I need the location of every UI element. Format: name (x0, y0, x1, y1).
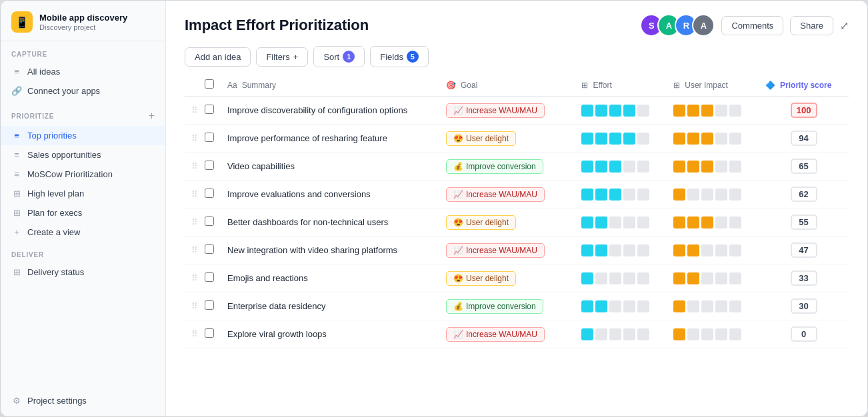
empty-square (715, 189, 727, 201)
sidebar-item-plan-for-execs[interactable]: ⊞ Plan for execs (1, 203, 165, 222)
row-priority-score: 62 (759, 181, 849, 209)
row-effort (575, 320, 667, 348)
row-impact (667, 209, 759, 236)
sort-badge: 1 (343, 51, 355, 63)
filled-square (595, 161, 607, 173)
empty-square (637, 300, 649, 312)
filters-icon: + (293, 52, 299, 62)
sidebar-item-top-priorities[interactable]: ≡ Top priorities (1, 126, 165, 145)
goal-label: Increase WAU/MAU (466, 330, 537, 339)
drag-handle[interactable]: ⠿ (185, 125, 198, 153)
row-checkbox[interactable] (205, 216, 214, 226)
empty-square (701, 244, 713, 256)
empty-square (729, 189, 741, 201)
row-effort (575, 209, 667, 236)
filled-square (581, 189, 593, 201)
sidebar-item-label: Create a view (27, 227, 80, 237)
sidebar-item-project-settings[interactable]: ⚙ Project settings (1, 391, 165, 416)
row-impact (667, 292, 759, 320)
project-info: Mobile app discovery Discovery project (39, 13, 127, 32)
goal-emoji: 📈 (453, 246, 463, 255)
drag-handle[interactable]: ⠿ (185, 264, 198, 292)
drag-handle[interactable]: ⠿ (185, 320, 198, 348)
header-actions: S A R A Comments Share ⤢ (640, 14, 849, 37)
select-all-checkbox[interactable] (205, 79, 214, 89)
add-view-button[interactable]: + (149, 110, 155, 122)
empty-square (715, 133, 727, 145)
goal-tag: 📈 Increase WAU/MAU (446, 103, 545, 118)
row-checkbox[interactable] (205, 272, 214, 282)
row-checkbox[interactable] (205, 105, 214, 114)
score-badge: 55 (791, 214, 817, 230)
sidebar-item-label: Delivery status (27, 267, 84, 277)
share-button[interactable]: Share (790, 16, 833, 35)
goal-tag: 📈 Increase WAU/MAU (446, 327, 545, 342)
row-priority-score: 100 (759, 97, 849, 125)
sidebar-item-high-level-plan[interactable]: ⊞ High level plan (1, 184, 165, 203)
comments-button[interactable]: Comments (721, 16, 783, 35)
row-checkbox-cell (198, 209, 221, 236)
empty-square (609, 216, 621, 228)
row-checkbox[interactable] (205, 300, 214, 310)
empty-square (729, 244, 741, 256)
sidebar-item-label: Connect your apps (27, 86, 100, 96)
sidebar: 📱 Mobile app discovery Discovery project… (1, 1, 166, 416)
filled-square (609, 105, 621, 117)
sidebar-item-connect-apps[interactable]: 🔗 Connect your apps (1, 81, 165, 101)
sidebar-item-create-view[interactable]: + Create a view (1, 222, 165, 242)
col-summary-header: AaSummary (221, 74, 439, 97)
sidebar-item-all-ideas[interactable]: ≡ All ideas (1, 62, 165, 81)
row-checkbox[interactable] (205, 161, 214, 170)
filled-square (581, 328, 593, 340)
filled-square (701, 161, 713, 173)
fields-button[interactable]: Fields 5 (370, 46, 429, 67)
sidebar-item-sales-opportunities[interactable]: ≡ Sales opportunities (1, 145, 165, 165)
filled-square (595, 133, 607, 145)
table-row: ⠿ Video capabilities 💰 Improve conversio… (185, 153, 849, 181)
filled-square (595, 300, 607, 312)
sidebar-item-moscow[interactable]: ≡ MoSCow Prioritization (1, 165, 165, 184)
effort-col-icon: ⊞ (581, 81, 588, 90)
main-content: Impact Effort Prioritization S A R A Com… (166, 1, 867, 416)
row-goal: 📈 Increase WAU/MAU (439, 320, 575, 348)
drag-handle[interactable]: ⠿ (185, 153, 198, 181)
deliver-section-label: DELIVER (1, 242, 165, 262)
list-icon: ≡ (11, 67, 22, 77)
drag-handle[interactable]: ⠿ (185, 209, 198, 236)
empty-square (623, 216, 635, 228)
filled-square (581, 272, 593, 284)
summary-col-icon: Aa (227, 81, 237, 90)
empty-square (595, 272, 607, 284)
add-idea-button[interactable]: Add an idea (185, 47, 251, 67)
grid-icon: ⊞ (11, 267, 22, 277)
filled-square (595, 244, 607, 256)
drag-handle[interactable]: ⠿ (185, 181, 198, 209)
empty-square (637, 189, 649, 201)
row-checkbox[interactable] (205, 189, 214, 198)
col-impact-header: ⊞User Impact (667, 74, 759, 97)
expand-button[interactable]: ⤢ (840, 19, 849, 32)
list-icon: ≡ (11, 131, 22, 141)
row-checkbox[interactable] (205, 328, 214, 338)
row-effort (575, 292, 667, 320)
sort-button[interactable]: Sort 1 (313, 46, 365, 67)
drag-handle[interactable]: ⠿ (185, 97, 198, 125)
row-goal: 💰 Improve conversion (439, 292, 575, 320)
sidebar-item-delivery-status[interactable]: ⊞ Delivery status (1, 262, 165, 282)
drag-handle[interactable]: ⠿ (185, 292, 198, 320)
capture-section-label: CAPTURE (1, 41, 165, 62)
impact-col-icon: ⊞ (673, 81, 680, 90)
drag-handle[interactable]: ⠿ (185, 236, 198, 264)
filled-square (673, 133, 685, 145)
row-impact (667, 320, 759, 348)
filled-square (623, 133, 635, 145)
empty-square (715, 216, 727, 228)
row-checkbox-cell (198, 264, 221, 292)
row-checkbox[interactable] (205, 244, 214, 254)
goal-tag: 😍 User delight (446, 215, 516, 230)
empty-square (715, 161, 727, 173)
row-impact (667, 125, 759, 153)
filters-button[interactable]: Filters + (256, 47, 308, 67)
score-badge: 100 (791, 103, 817, 118)
row-checkbox[interactable] (205, 133, 214, 142)
